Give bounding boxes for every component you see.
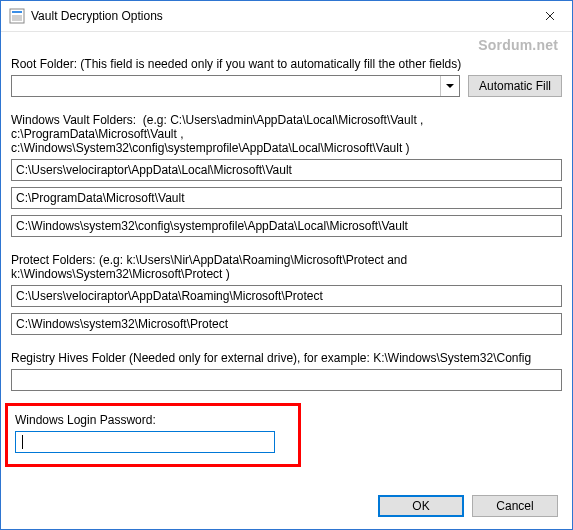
protect-folders-label: Protect Folders: (e.g: k:\Users\Nir\AppD… (11, 253, 562, 281)
text-caret (22, 435, 23, 449)
root-folder-dropdown-button[interactable] (440, 76, 459, 96)
cancel-button[interactable]: Cancel (472, 495, 558, 517)
login-password-input[interactable] (15, 431, 275, 453)
vault-folder-input-3[interactable] (11, 215, 562, 237)
registry-hives-label: Registry Hives Folder (Needed only for e… (11, 351, 562, 365)
dialog-content: Sordum.net Root Folder: (This field is n… (11, 39, 562, 479)
window-title: Vault Decryption Options (31, 9, 527, 23)
ok-button[interactable]: OK (378, 495, 464, 517)
watermark: Sordum.net (478, 37, 558, 53)
registry-hives-input[interactable] (11, 369, 562, 391)
app-icon (9, 8, 25, 24)
login-password-label: Windows Login Password: (15, 413, 305, 427)
protect-folder-input-1[interactable] (11, 285, 562, 307)
protect-folder-input-2[interactable] (11, 313, 562, 335)
dialog-footer: OK Cancel (1, 483, 572, 529)
close-button[interactable] (527, 1, 572, 31)
root-folder-label: Root Folder: (This field is needed only … (11, 57, 562, 71)
svg-rect-1 (12, 11, 22, 13)
chevron-down-icon (446, 84, 454, 88)
vault-folders-label: Windows Vault Folders: (e.g: C:\Users\ad… (11, 113, 562, 155)
vault-folder-input-2[interactable] (11, 187, 562, 209)
svg-rect-2 (12, 15, 22, 21)
titlebar: Vault Decryption Options (1, 1, 572, 32)
dialog-window: Vault Decryption Options Sordum.net Root… (0, 0, 573, 530)
vault-folder-input-1[interactable] (11, 159, 562, 181)
root-folder-combo[interactable] (11, 75, 460, 97)
automatic-fill-button[interactable]: Automatic Fill (468, 75, 562, 97)
